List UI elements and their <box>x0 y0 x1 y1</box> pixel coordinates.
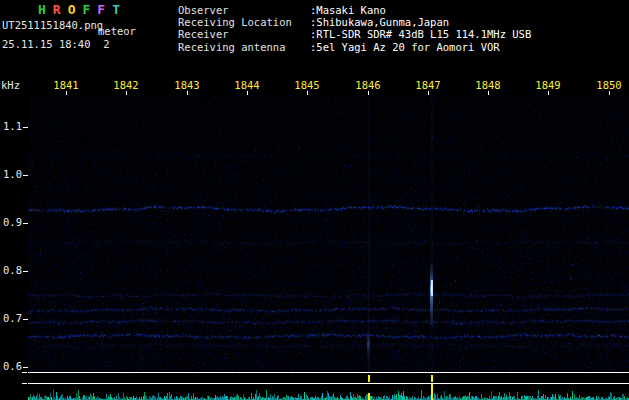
time-tick-label: 1846 <box>352 80 384 91</box>
logo-letter-h: H <box>38 3 46 17</box>
strip-left-tick-top <box>22 372 27 373</box>
strip-left-tick-bottom <box>22 383 27 384</box>
station-info-table: Observer:Masaki KanoReceiving Location:S… <box>178 4 628 60</box>
freq-tick-label: 0.7 <box>0 312 22 325</box>
info-value: :Masaki Kano <box>310 4 386 16</box>
echo-marker-strip <box>28 372 629 384</box>
time-tick-label: 1848 <box>472 80 504 91</box>
date-time-echo-count: 25.11.15 18:40 2 <box>2 38 109 50</box>
station-info-row: Receiving antenna:5el Yagi Az 20 for Aom… <box>178 41 500 53</box>
logo-letter-r: R <box>53 3 61 17</box>
freq-tick-label: 0.8 <box>0 264 22 277</box>
freq-tick-label: 0.9 <box>0 216 22 229</box>
freq-tick-label: 1.1 <box>0 120 22 133</box>
freq-tick-label: 0.6 <box>0 360 22 373</box>
time-tick-label: 1847 <box>412 80 444 91</box>
logo-letter-t: T <box>112 3 120 17</box>
time-tick-label: 1841 <box>50 80 82 91</box>
time-tick-label: 1845 <box>291 80 323 91</box>
time-tick-label: 1850 <box>593 80 625 91</box>
info-value: :5el Yagi Az 20 for Aomori VOR <box>310 41 500 53</box>
info-label: Receiving antenna <box>178 41 310 53</box>
frequency-unit-label: kHz <box>1 79 20 91</box>
time-tick-label: 1844 <box>231 80 263 91</box>
info-value: :Shibukawa,Gunma,Japan <box>310 16 449 28</box>
time-tick-label: 1842 <box>110 80 142 91</box>
hrofft-output-screen: HROFFT UT2511151840.png meteor 25.11.15 … <box>0 0 629 400</box>
time-tick-label: 1849 <box>532 80 564 91</box>
observation-mode-label: meteor <box>98 25 136 37</box>
logo-letter-f: F <box>82 3 90 17</box>
info-value: :RTL-SDR SDR# 43dB L15 114.1MHz USB <box>310 28 531 40</box>
echo-marker <box>431 375 433 382</box>
spectrogram <box>28 95 629 372</box>
logo-letter-o: O <box>68 3 76 17</box>
station-info-row: Receiving Location:Shibukawa,Gunma,Japan <box>178 16 449 28</box>
time-tick-label: 1843 <box>171 80 203 91</box>
info-label: Receiver <box>178 28 310 40</box>
info-label: Receiving Location <box>178 16 310 28</box>
info-label: Observer <box>178 4 310 16</box>
output-filename: UT2511151840.png <box>2 19 103 31</box>
freq-tick-label: 1.0 <box>0 168 22 181</box>
signal-level-graph <box>28 384 629 400</box>
echo-marker <box>368 375 370 382</box>
station-info-row: Observer:Masaki Kano <box>178 4 386 16</box>
station-info-row: Receiver:RTL-SDR SDR# 43dB L15 114.1MHz … <box>178 28 531 40</box>
hrofft-logo: HROFFT <box>38 3 127 17</box>
logo-letter-f: F <box>97 3 105 17</box>
